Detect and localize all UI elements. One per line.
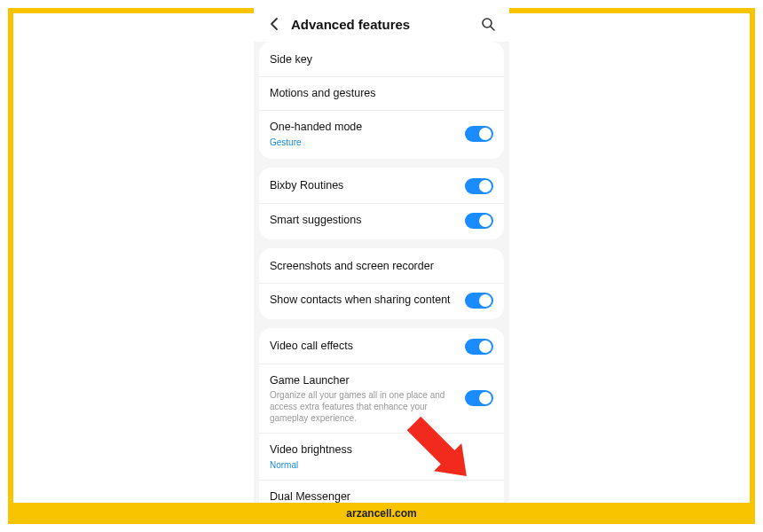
row-label: Smart suggestions bbox=[270, 213, 458, 228]
search-icon[interactable] bbox=[479, 15, 497, 33]
row-subtext: Organize all your games all in one place… bbox=[270, 389, 458, 424]
toggle-video-call-effects[interactable] bbox=[465, 339, 493, 355]
row-subtext: Normal bbox=[270, 459, 493, 471]
settings-list: Side key Motions and gestures One-handed… bbox=[254, 42, 509, 519]
footer-text: arzancell.com bbox=[346, 507, 416, 520]
back-icon[interactable] bbox=[266, 16, 282, 32]
row-label: Side key bbox=[270, 52, 493, 67]
row-bixby-routines[interactable]: Bixby Routines bbox=[259, 169, 504, 203]
row-label: Screenshots and screen recorder bbox=[270, 259, 493, 274]
row-label: Bixby Routines bbox=[270, 178, 458, 193]
toggle-game-launcher[interactable] bbox=[465, 390, 493, 406]
toggle-smart-suggestions[interactable] bbox=[465, 213, 493, 229]
row-label: Video call effects bbox=[270, 339, 458, 354]
row-smart-suggestions[interactable]: Smart suggestions bbox=[259, 203, 504, 238]
footer-watermark: arzancell.com bbox=[8, 503, 755, 524]
toggle-bixby-routines[interactable] bbox=[465, 178, 493, 194]
row-show-contacts-sharing[interactable]: Show contacts when sharing content bbox=[259, 283, 504, 317]
row-label: Game Launcher bbox=[270, 373, 458, 388]
row-label: Show contacts when sharing content bbox=[270, 293, 458, 308]
toggle-show-contacts-sharing[interactable] bbox=[465, 293, 493, 309]
settings-group: Bixby Routines Smart suggestions bbox=[259, 168, 504, 239]
row-label: Video brightness bbox=[270, 442, 493, 458]
page-title: Advanced features bbox=[291, 17, 479, 32]
row-one-handed-mode[interactable]: One-handed mode Gesture bbox=[259, 110, 504, 157]
row-screenshots-recorder[interactable]: Screenshots and screen recorder bbox=[259, 250, 504, 283]
row-game-launcher[interactable]: Game Launcher Organize all your games al… bbox=[259, 364, 504, 434]
settings-group: Screenshots and screen recorder Show con… bbox=[259, 248, 504, 319]
header-bar: Advanced features bbox=[254, 8, 509, 42]
row-video-call-effects[interactable]: Video call effects bbox=[259, 330, 504, 364]
phone-screen: Advanced features Side key Motions and g… bbox=[254, 8, 509, 519]
row-video-brightness[interactable]: Video brightness Normal bbox=[259, 433, 504, 480]
row-label: Motions and gestures bbox=[270, 86, 493, 101]
settings-group: Side key Motions and gestures One-handed… bbox=[259, 42, 504, 159]
settings-group: Video call effects Game Launcher Organiz… bbox=[259, 328, 504, 520]
row-side-key[interactable]: Side key bbox=[259, 43, 504, 76]
row-motions-gestures[interactable]: Motions and gestures bbox=[259, 76, 504, 110]
toggle-one-handed-mode[interactable] bbox=[465, 126, 493, 142]
row-subtext: Gesture bbox=[270, 137, 458, 148]
row-label: One-handed mode bbox=[270, 120, 458, 135]
